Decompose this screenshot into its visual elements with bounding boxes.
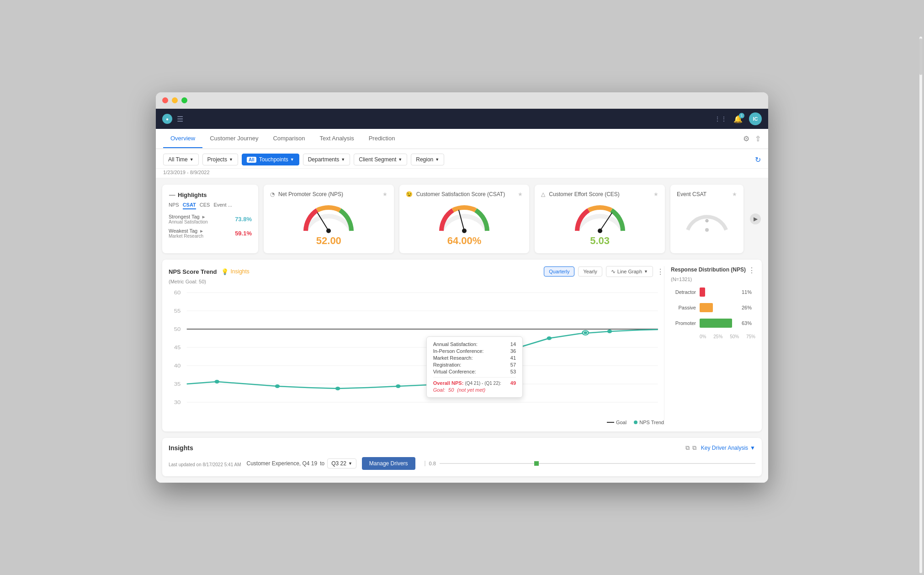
svg-text:30: 30 — [174, 400, 181, 405]
nps-chart-card: NPS Score Trend 💡 Insights Quarterly Yea… — [162, 260, 762, 431]
share-icon[interactable]: ⇧ — [755, 134, 761, 143]
weakest-arrow: ► — [199, 229, 204, 234]
expand-icon-2[interactable]: ⧉ — [692, 444, 696, 452]
chart-options-btn[interactable]: ⋮ — [657, 267, 664, 276]
dist-options-btn[interactable]: ⋮ — [748, 266, 755, 275]
ces-card-title: Customer Effort Score (CES) — [549, 191, 620, 197]
departments-filter[interactable]: Departments ▼ — [303, 154, 350, 165]
svg-point-1 — [326, 229, 331, 233]
passive-row: Passive 26% — [671, 303, 755, 312]
settings-icon[interactable]: ⚙ — [743, 134, 749, 143]
nps-line-chart: 60 55 50 45 40 35 30 — [169, 288, 664, 407]
menu-icon[interactable]: ☰ — [177, 115, 183, 123]
hl-tab-nps[interactable]: NPS — [169, 202, 179, 209]
hl-tab-event[interactable]: Event ... — [213, 202, 232, 209]
tooltip-goal-row: Goal: 50 (not yet met) — [433, 387, 516, 393]
weakest-score: 59.1% — [235, 230, 252, 237]
user-avatar[interactable]: IC — [749, 112, 762, 125]
tab-customer-journey[interactable]: Customer Journey — [202, 129, 266, 148]
key-driver-btn[interactable]: Key Driver Analysis ▼ — [701, 445, 755, 451]
csat-card-title: Customer Satisfaction Score (CSAT) — [416, 191, 505, 197]
app-logo[interactable]: ● — [162, 114, 172, 124]
refresh-icon[interactable]: ↻ — [755, 155, 761, 164]
promoter-pct: 63% — [742, 320, 755, 326]
nps-trend-legend-dot — [634, 421, 637, 424]
tab-prediction[interactable]: Prediction — [361, 129, 403, 148]
expand-icon-1[interactable]: ⧉ — [685, 444, 690, 452]
quarterly-toggle[interactable]: Quarterly — [544, 266, 574, 277]
tooltip-reg-value: 57 — [510, 362, 516, 367]
tooltip-market-label: Market Research: — [433, 355, 473, 361]
date-range: 1/23/2019 - 8/9/2022 — [163, 170, 210, 175]
detractor-bar — [700, 288, 705, 297]
tooltip-annual-label: Annual Satisfaction: — [433, 341, 478, 347]
score-cards-row: ⸻ Highlights NPS CSAT CES Event ... Stro… — [162, 185, 762, 253]
nps-trend-legend-label: NPS Trend — [639, 420, 664, 425]
projects-filter[interactable]: Projects ▼ — [202, 154, 238, 165]
tooltip-annual-value: 14 — [510, 341, 516, 347]
last-updated: Last updated on 8/17/2022 5:41 AM — [169, 462, 241, 467]
tooltip-virtual-label: Virtual Conference: — [433, 369, 476, 374]
nps-chart-subtitle: (Metric Goal: 50) — [169, 279, 664, 284]
tooltip-overall-label: Overall NPS: (Q4 21) - (Q1 22): — [433, 380, 501, 386]
tooltip-goal-note: (not yet met) — [457, 387, 485, 393]
insights-section-title: Insights — [169, 444, 193, 452]
goal-legend-label: Goal — [616, 420, 627, 425]
yearly-toggle[interactable]: Yearly — [578, 266, 602, 277]
tooltip-inperson-value: 36 — [510, 348, 516, 354]
tab-overview[interactable]: Overview — [163, 129, 202, 148]
top-nav: ● ☰ ⋮⋮ 🔔 1 IC — [156, 109, 768, 129]
weakest-tag-label: Weakest Tag — [169, 228, 197, 234]
ces-star[interactable]: ★ — [653, 191, 658, 197]
svg-text:Q1 19: Q1 19 — [196, 406, 213, 407]
csat-card-icon: 😉 — [406, 191, 413, 197]
hl-tab-csat[interactable]: CSAT — [183, 202, 196, 209]
svg-point-29 — [214, 380, 219, 383]
nps-card-icon: ◔ — [270, 191, 275, 197]
event-csat-star[interactable]: ★ — [732, 191, 737, 197]
tooltip-overall-value: 49 — [510, 380, 516, 386]
csat-score-card: 😉 Customer Satisfaction Score (CSAT) ★ — [399, 185, 530, 253]
chart-legend: Goal NPS Trend — [169, 420, 664, 425]
close-button[interactable] — [162, 97, 168, 103]
chart-type-select[interactable]: ∿ Line Graph ▼ — [606, 266, 653, 277]
svg-text:Q1 20: Q1 20 — [318, 406, 335, 407]
svg-point-35 — [607, 330, 612, 333]
svg-text:35: 35 — [174, 382, 181, 387]
all-time-filter[interactable]: All Time ▼ — [163, 154, 199, 165]
passive-bar — [700, 303, 713, 312]
svg-point-12 — [705, 228, 709, 232]
tab-text-analysis[interactable]: Text Analysis — [313, 129, 361, 148]
insights-section: Insights ⧉ ⧉ Key Driver Analysis ▼ Last … — [162, 438, 762, 476]
tab-list: Overview Customer Journey Comparison Tex… — [163, 129, 402, 148]
event-csat-title: Event CSAT — [677, 191, 706, 197]
csat-star[interactable]: ★ — [518, 191, 523, 197]
manage-drivers-button[interactable]: Manage Drivers — [362, 457, 415, 470]
next-card-btn[interactable]: ▶ — [749, 185, 762, 253]
svg-point-9 — [598, 229, 602, 233]
tooltip-reg-label: Registration: — [433, 362, 462, 367]
client-segment-filter[interactable]: Client Segment ▼ — [354, 154, 407, 165]
svg-point-5 — [462, 229, 467, 233]
region-filter[interactable]: Region ▼ — [411, 154, 444, 165]
mac-titlebar — [156, 92, 768, 109]
grid-icon[interactable]: ⋮⋮ — [714, 115, 727, 122]
period-select[interactable]: Q3 22 ▼ — [327, 458, 356, 469]
maximize-button[interactable] — [181, 97, 187, 103]
highlights-tabs: NPS CSAT CES Event ... — [169, 202, 252, 209]
svg-point-37 — [584, 331, 587, 334]
highlights-card: ⸻ Highlights NPS CSAT CES Event ... Stro… — [162, 185, 258, 253]
tooltip-virtual-value: 53 — [510, 369, 516, 374]
insights-badge[interactable]: 💡 Insights — [221, 268, 249, 275]
tooltip-inperson-label: In-Person Conference: — [433, 348, 484, 354]
nps-star[interactable]: ★ — [382, 191, 388, 197]
bell-badge: 1 — [739, 113, 744, 118]
touchpoints-filter[interactable]: All Touchpoints ▼ — [242, 154, 299, 165]
promoter-row: Promoter 63% — [671, 319, 755, 328]
tab-comparison[interactable]: Comparison — [266, 129, 312, 148]
minimize-button[interactable] — [172, 97, 178, 103]
hl-tab-ces[interactable]: CES — [200, 202, 210, 209]
csat-score: 64.00% — [437, 235, 492, 247]
notifications-bell[interactable]: 🔔 1 — [733, 115, 743, 123]
event-csat-card: Event CSAT ★ — [670, 185, 743, 253]
